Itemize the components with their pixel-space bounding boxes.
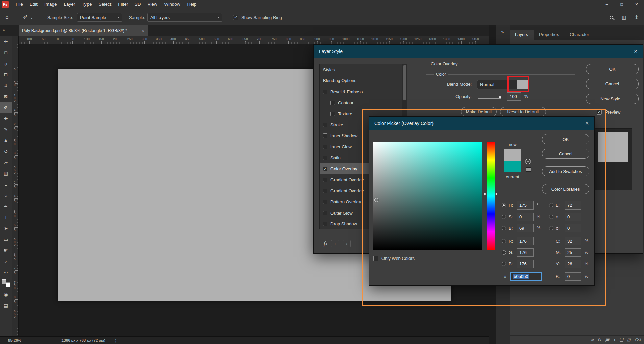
quick-mask-button[interactable]: ◉ bbox=[0, 289, 12, 300]
minimize-button[interactable]: – bbox=[599, 0, 614, 9]
edit-toolbar-button[interactable]: ⋯ bbox=[0, 267, 12, 278]
spot-healing-brush-tool[interactable]: ✚ bbox=[0, 113, 12, 124]
style-row-bevel-emboss[interactable]: Bevel & Emboss bbox=[320, 86, 407, 97]
cancel-button[interactable]: Cancel bbox=[586, 79, 639, 89]
frame-tool[interactable]: ⊠ bbox=[0, 91, 12, 102]
move-tool[interactable]: ✛ bbox=[0, 36, 12, 47]
move-effect-down-button[interactable]: ↓ bbox=[343, 240, 351, 247]
foreground-background-swatches[interactable] bbox=[0, 278, 12, 289]
ruler-corner[interactable] bbox=[12, 36, 19, 44]
menu-item-file[interactable]: File bbox=[12, 0, 26, 9]
opacity-slider[interactable] bbox=[478, 98, 501, 99]
blur-tool[interactable]: ◒ bbox=[0, 179, 12, 190]
restore-button[interactable]: □ bbox=[614, 0, 629, 9]
path-selection-tool[interactable]: ➤ bbox=[0, 223, 12, 234]
new-group-icon[interactable]: ❏ bbox=[619, 337, 623, 342]
eraser-tool[interactable]: ▱ bbox=[0, 157, 12, 168]
menu-item-window[interactable]: Window bbox=[160, 0, 183, 9]
vertical-ruler[interactable]: 0501001502002503003504004505005506006507… bbox=[12, 44, 19, 336]
style-checkbox[interactable] bbox=[323, 123, 327, 127]
panel-tab-properties[interactable]: Properties bbox=[534, 30, 564, 40]
scrollbar-thumb[interactable] bbox=[403, 65, 406, 100]
dodge-tool[interactable]: ○ bbox=[0, 190, 12, 201]
ok-button[interactable]: OK bbox=[586, 64, 639, 74]
object-selection-tool[interactable]: ⊡ bbox=[0, 69, 12, 80]
style-checkbox[interactable] bbox=[323, 90, 327, 94]
rectangular-marquee-tool[interactable]: □ bbox=[0, 47, 12, 58]
eyedropper-tool[interactable]: ✐ bbox=[0, 102, 12, 113]
menu-item-view[interactable]: View bbox=[144, 0, 160, 9]
document-tab[interactable]: Poly Background.psd @ 85.3% (Rectangle 1… bbox=[19, 25, 148, 36]
ruler-tick bbox=[15, 270, 18, 271]
gradient-tool[interactable]: ▧ bbox=[0, 168, 12, 179]
delete-layer-icon[interactable]: ⌫ bbox=[635, 337, 641, 342]
style-checkbox[interactable] bbox=[323, 133, 327, 138]
close-tab-icon[interactable]: × bbox=[142, 28, 144, 33]
foreground-color-swatch[interactable] bbox=[2, 279, 6, 284]
horizontal-ruler[interactable]: 1005005010015020025030035040045050055060… bbox=[19, 36, 489, 44]
layer-style-icon[interactable]: fx bbox=[598, 337, 601, 342]
style-checkbox[interactable] bbox=[323, 156, 327, 160]
move-effect-up-button[interactable]: ↑ bbox=[331, 240, 339, 247]
collapse-toolbar-icon[interactable]: » bbox=[3, 28, 5, 32]
hand-tool[interactable]: ☛ bbox=[0, 245, 12, 256]
panel-tab-character[interactable]: Character bbox=[564, 30, 594, 40]
search-icon[interactable] bbox=[610, 16, 613, 19]
sample-size-dropdown[interactable]: Point Sample ▾ bbox=[77, 13, 122, 22]
clone-stamp-tool[interactable]: ♟ bbox=[0, 135, 12, 146]
eyedropper-tool-icon[interactable]: ✐ bbox=[23, 14, 27, 20]
menu-item-help[interactable]: Help bbox=[183, 0, 200, 9]
screen-mode-button[interactable]: ▤ bbox=[0, 300, 12, 311]
zoom-tool[interactable]: ⌕ bbox=[0, 256, 12, 267]
opacity-field[interactable]: 100 bbox=[507, 92, 521, 101]
brush-tool[interactable]: ✎ bbox=[0, 124, 12, 135]
collapse-dock-icon[interactable]: « bbox=[501, 29, 504, 34]
menu-item-filter[interactable]: Filter bbox=[115, 0, 131, 9]
lasso-tool[interactable]: ϱ bbox=[0, 58, 12, 69]
style-checkbox[interactable] bbox=[323, 211, 327, 215]
menu-item-image[interactable]: Image bbox=[41, 0, 60, 9]
style-row-styles[interactable]: Styles bbox=[320, 64, 407, 75]
home-icon[interactable]: ⌂ bbox=[5, 14, 9, 20]
menu-item-3d[interactable]: 3D bbox=[131, 0, 144, 9]
style-checkbox[interactable]: ✓ bbox=[323, 167, 327, 171]
pen-tool[interactable]: ✒ bbox=[0, 201, 12, 212]
zoom-level[interactable]: 85.26% bbox=[8, 338, 21, 342]
style-checkbox[interactable] bbox=[323, 222, 327, 226]
style-checkbox[interactable] bbox=[323, 145, 327, 149]
history-brush-tool[interactable]: ↺ bbox=[0, 146, 12, 157]
style-row-contour[interactable]: Contour bbox=[320, 97, 407, 108]
layer-style-titlebar[interactable]: Layer Style ✕ bbox=[314, 45, 643, 58]
menu-item-edit[interactable]: Edit bbox=[26, 0, 41, 9]
type-tool[interactable]: T bbox=[0, 212, 12, 223]
style-checkbox[interactable] bbox=[323, 189, 327, 193]
close-icon[interactable]: ✕ bbox=[634, 49, 638, 54]
status-more-icon[interactable]: ⟩ bbox=[115, 338, 117, 343]
chevron-down-icon[interactable]: ▾ bbox=[31, 17, 33, 20]
crop-tool[interactable]: ⌗ bbox=[0, 80, 12, 91]
style-checkbox[interactable] bbox=[323, 200, 327, 204]
menu-item-select[interactable]: Select bbox=[95, 0, 115, 9]
style-row-blending-options[interactable]: Blending Options bbox=[320, 75, 407, 87]
show-sampling-ring-checkbox[interactable]: ✓ bbox=[233, 15, 238, 20]
share-icon[interactable]: ↥ bbox=[634, 14, 639, 20]
opacity-slider-thumb[interactable] bbox=[498, 95, 502, 98]
new-style-button[interactable]: New Style... bbox=[586, 94, 639, 104]
menu-item-layer[interactable]: Layer bbox=[60, 0, 79, 9]
panel-toggle-icon[interactable]: ▥ bbox=[621, 14, 626, 20]
close-button[interactable]: ✕ bbox=[629, 0, 644, 9]
layer-mask-icon[interactable]: ▣ bbox=[605, 337, 609, 342]
sample-size-value: Point Sample bbox=[80, 15, 106, 20]
dialog-title: Layer Style bbox=[319, 49, 343, 54]
style-checkbox[interactable] bbox=[330, 112, 335, 116]
new-layer-icon[interactable]: ⊞ bbox=[627, 337, 631, 342]
style-checkbox[interactable] bbox=[330, 101, 335, 105]
background-color-swatch[interactable] bbox=[6, 282, 10, 287]
panel-tab-layers[interactable]: Layers bbox=[510, 30, 534, 40]
menu-item-type[interactable]: Type bbox=[78, 0, 95, 9]
adjustment-layer-icon[interactable]: ◑ bbox=[613, 337, 616, 342]
link-layers-icon[interactable]: ∞ bbox=[591, 337, 594, 342]
style-checkbox[interactable] bbox=[323, 178, 327, 182]
sample-dropdown[interactable]: All Layers ▾ bbox=[147, 13, 222, 22]
rectangle-tool[interactable]: ▭ bbox=[0, 234, 12, 245]
